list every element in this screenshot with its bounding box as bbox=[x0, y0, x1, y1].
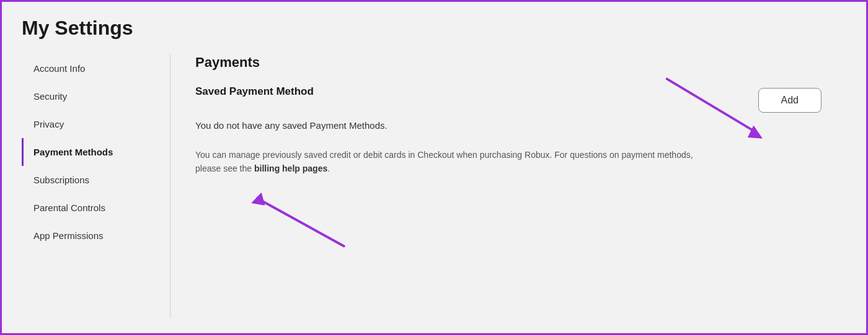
sidebar-item-subscriptions[interactable]: Subscriptions bbox=[22, 166, 170, 194]
sidebar-item-app-permissions[interactable]: App Permissions bbox=[22, 222, 170, 250]
sidebar-item-parental-controls[interactable]: Parental Controls bbox=[22, 194, 170, 222]
content-area: Account InfoSecurityPrivacyPayment Metho… bbox=[22, 54, 846, 318]
help-text-after: . bbox=[327, 163, 330, 173]
payment-header: Saved Payment Method Add bbox=[195, 85, 822, 113]
no-payment-text: You do not have any saved Payment Method… bbox=[195, 120, 822, 131]
sidebar: Account InfoSecurityPrivacyPayment Metho… bbox=[22, 54, 170, 318]
page-title: My Settings bbox=[22, 17, 846, 40]
billing-help-link[interactable]: billing help pages bbox=[254, 163, 327, 173]
svg-marker-3 bbox=[251, 193, 265, 206]
page-container: My Settings Account InfoSecurityPrivacyP… bbox=[2, 2, 866, 333]
sidebar-item-payment-methods[interactable]: Payment Methods bbox=[22, 138, 170, 166]
payment-section: Saved Payment Method Add You do not have… bbox=[195, 85, 822, 176]
main-content: Payments Saved Payment Method Add You do… bbox=[170, 54, 846, 318]
saved-payment-method-title: Saved Payment Method bbox=[195, 85, 314, 98]
payments-section-title: Payments bbox=[195, 54, 822, 71]
sidebar-item-account-info[interactable]: Account Info bbox=[22, 54, 170, 82]
svg-line-2 bbox=[257, 198, 344, 246]
help-text: You can manage previously saved credit o… bbox=[195, 148, 704, 176]
sidebar-item-security[interactable]: Security bbox=[22, 82, 170, 110]
add-button[interactable]: Add bbox=[758, 88, 822, 113]
sidebar-item-privacy[interactable]: Privacy bbox=[22, 110, 170, 138]
